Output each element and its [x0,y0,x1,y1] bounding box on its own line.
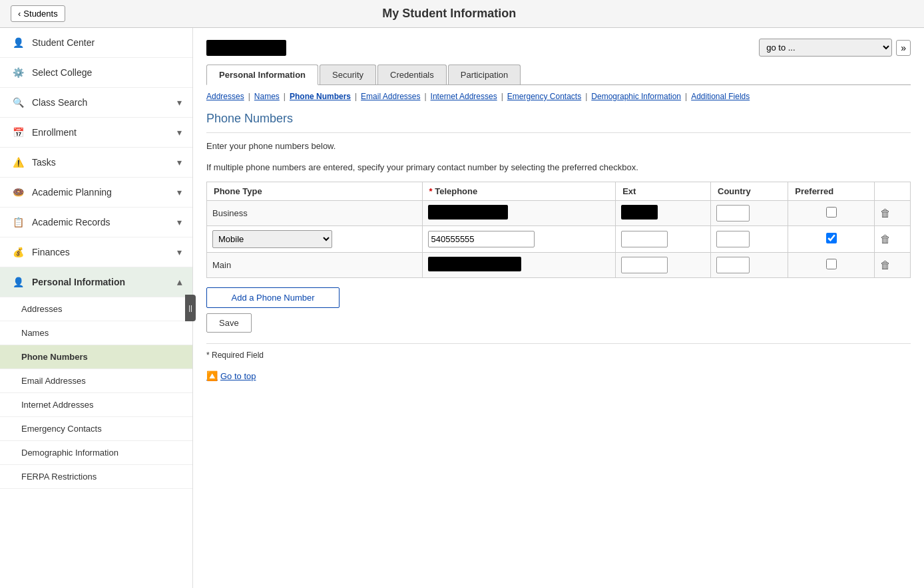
sidebar-sub-label: Addresses [21,304,62,314]
sidebar-sub-demographic-info[interactable]: Demographic Information [0,441,192,465]
sidebar-item-personal-info[interactable]: 👤 Personal Information ▴ [0,267,192,297]
phone-type-main: Main [212,260,231,270]
subnav: Addresses | Names | Phone Numbers | Emai… [206,92,911,101]
country-input-1[interactable] [716,205,750,221]
tab-personal-info[interactable]: Personal Information [206,65,318,85]
sidebar-item-label: Finances [32,247,70,257]
goto-top-link[interactable]: 🔼 Go to top [206,370,911,381]
phone-type-select-2[interactable]: Mobile Business Main Home Fax [212,230,332,248]
sidebar-sub-addresses[interactable]: Addresses [0,297,192,321]
main-layout: 👤 Student Center ⚙️ Select College 🔍 Cla… [0,28,924,588]
tab-bar: Personal Information Security Credential… [206,65,911,85]
section-title: Phone Numbers [206,112,911,126]
delete-button-2[interactable]: 🗑 [880,233,891,245]
preferred-checkbox-1[interactable] [826,207,837,218]
sidebar-sub-internet-addresses[interactable]: Internet Addresses [0,393,192,417]
sidebar-sub-label: Emergency Contacts [21,424,102,434]
sidebar-item-academic-planning[interactable]: 🍩 Academic Planning ▾ [0,178,192,208]
col-country: Country [711,182,788,201]
sidebar-sub-email-addresses[interactable]: Email Addresses [0,369,192,393]
subnav-email-addresses[interactable]: Email Addresses [361,92,420,101]
goto-button[interactable]: » [896,40,911,56]
sidebar-item-label: Academic Records [32,217,111,227]
subnav-addresses[interactable]: Addresses [206,92,244,101]
sidebar-sub-phone-numbers[interactable]: Phone Numbers [0,345,192,369]
sidebar-sub-names[interactable]: Names [0,321,192,345]
sidebar-item-enrollment[interactable]: 📅 Enrollment ▾ [0,118,192,148]
telephone-input-redacted-1[interactable] [428,205,508,220]
goto-top-label: Go to top [220,371,256,381]
sidebar-sub-label: Demographic Information [21,448,118,458]
ext-input-2[interactable] [621,231,668,247]
save-button[interactable]: Save [206,313,252,333]
tab-credentials[interactable]: Credentials [377,65,447,84]
page-title: My Student Information [65,7,833,21]
table-row: Business [207,201,911,226]
chevron-down-icon: ▾ [177,217,182,227]
delete-button-1[interactable]: 🗑 [880,208,891,220]
top-bar: ‹ Students My Student Information [0,0,924,28]
sidebar-item-label: Academic Planning [32,187,112,198]
enrollment-icon: 📅 [11,127,25,138]
sidebar-item-label: Select College [32,67,92,78]
chevron-down-icon: ▾ [177,97,182,108]
class-search-icon: 🔍 [11,97,25,108]
sidebar-item-label: Personal Information [32,277,125,287]
ext-input-3[interactable] [621,257,668,273]
description-1: Enter your phone numbers below. [206,140,911,153]
tab-security[interactable]: Security [320,65,376,84]
sidebar-item-select-college[interactable]: ⚙️ Select College [0,58,192,88]
description-2: If multiple phone numbers are entered, s… [206,161,911,174]
sidebar-item-class-search[interactable]: 🔍 Class Search ▾ [0,88,192,118]
goto-row: go to ... » [759,39,911,57]
sidebar-item-student-center[interactable]: 👤 Student Center [0,28,192,58]
delete-button-3[interactable]: 🗑 [880,259,891,271]
sidebar-sub-label: FERPA Restrictions [21,472,97,482]
tab-participation[interactable]: Participation [448,65,521,84]
select-college-icon: ⚙️ [11,67,25,78]
sidebar-sub-label: Email Addresses [21,376,86,386]
country-input-3[interactable] [716,257,750,273]
col-ext: Ext [616,182,711,201]
chevron-down-icon: ▾ [177,127,182,138]
subnav-demographic-info[interactable]: Demographic Information [591,92,681,101]
sidebar-sub-label: Phone Numbers [21,352,88,362]
students-button[interactable]: ‹ Students [11,5,65,22]
telephone-input-redacted-3[interactable] [428,257,521,271]
preferred-checkbox-2[interactable] [826,233,837,243]
goto-select[interactable]: go to ... [759,39,892,57]
phone-type-business: Business [212,208,248,218]
sidebar-sub-ferpa[interactable]: FERPA Restrictions [0,465,192,489]
add-phone-number-button[interactable]: Add a Phone Number [206,287,340,308]
sidebar-sub-emergency-contacts[interactable]: Emergency Contacts [0,417,192,441]
telephone-input-2[interactable]: 540555555 [428,231,535,247]
col-phone-type: Phone Type [207,182,423,201]
ext-input-redacted-1[interactable] [621,205,658,220]
sidebar-item-finances[interactable]: 💰 Finances ▾ [0,237,192,267]
col-telephone: * Telephone [422,182,616,201]
goto-top-icon: 🔼 [206,370,218,381]
chevron-down-icon: ▾ [177,187,182,198]
col-delete [874,182,910,201]
subnav-names[interactable]: Names [254,92,280,101]
academic-planning-icon: 🍩 [11,187,25,198]
back-arrow-icon: ‹ [18,9,21,19]
students-button-label: Students [23,9,57,19]
required-note: * Required Field [206,343,911,360]
chevron-down-icon: ▾ [177,157,182,168]
col-preferred: Preferred [788,182,874,201]
country-input-2[interactable] [716,231,750,247]
sidebar: 👤 Student Center ⚙️ Select College 🔍 Cla… [0,28,193,588]
personal-info-icon: 👤 [11,277,25,287]
sidebar-item-tasks[interactable]: ⚠️ Tasks ▾ [0,148,192,178]
subnav-additional-fields[interactable]: Additional Fields [691,92,750,101]
sidebar-item-label: Student Center [32,37,95,48]
sidebar-item-label: Tasks [32,157,56,168]
subnav-phone-numbers[interactable]: Phone Numbers [290,92,351,101]
sidebar-item-academic-records[interactable]: 📋 Academic Records ▾ [0,208,192,237]
subnav-emergency-contacts[interactable]: Emergency Contacts [507,92,581,101]
sidebar-sub-label: Names [21,328,49,338]
subnav-internet-addresses[interactable]: Internet Addresses [431,92,497,101]
table-row: Mobile Business Main Home Fax 540555555 [207,226,911,253]
preferred-checkbox-3[interactable] [826,259,837,269]
